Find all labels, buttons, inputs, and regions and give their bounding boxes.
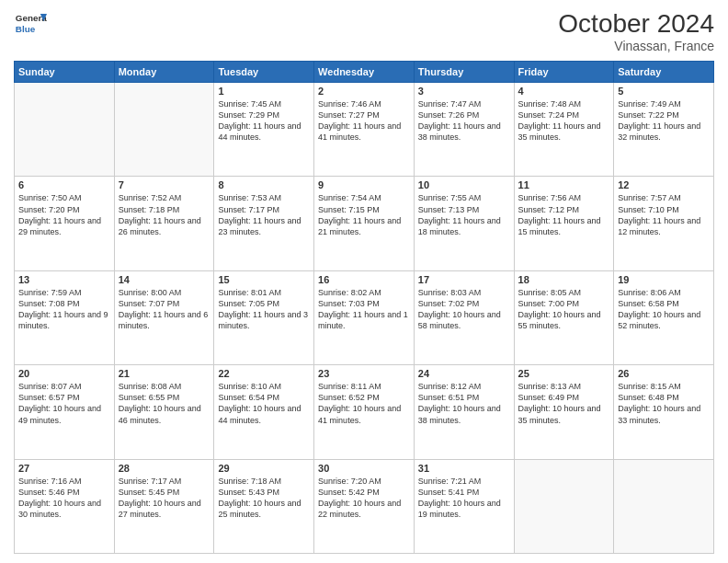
- sunset-text: Sunset: 6:54 PM: [218, 392, 310, 403]
- sunrise-text: Sunrise: 8:15 AM: [618, 381, 710, 392]
- daylight-text: Daylight: 10 hours and 41 minutes.: [318, 403, 410, 425]
- logo-icon: General Blue: [14, 9, 47, 37]
- daylight-text: Daylight: 11 hours and 38 minutes.: [418, 121, 510, 143]
- day-number: 10: [418, 179, 510, 190]
- calendar-day-cell: 27Sunrise: 7:16 AMSunset: 5:46 PMDayligh…: [15, 459, 115, 553]
- day-number: 22: [218, 368, 310, 379]
- sunset-text: Sunset: 5:45 PM: [119, 487, 210, 498]
- sunrise-text: Sunrise: 7:49 AM: [618, 98, 710, 109]
- sunset-text: Sunset: 7:26 PM: [418, 109, 510, 121]
- sunrise-text: Sunrise: 7:47 AM: [418, 98, 510, 109]
- weekday-header-cell: Monday: [114, 62, 214, 83]
- daylight-text: Daylight: 10 hours and 49 minutes.: [18, 403, 110, 425]
- sunrise-text: Sunrise: 8:08 AM: [119, 381, 210, 392]
- calendar-week-row: 1Sunrise: 7:45 AMSunset: 7:29 PMDaylight…: [15, 83, 714, 177]
- calendar-day-cell: 16Sunrise: 8:02 AMSunset: 7:03 PMDayligh…: [314, 270, 415, 364]
- sunset-text: Sunset: 5:42 PM: [318, 487, 410, 498]
- sunset-text: Sunset: 7:18 PM: [119, 204, 210, 215]
- daylight-text: Daylight: 10 hours and 55 minutes.: [518, 309, 610, 331]
- sunrise-text: Sunrise: 7:18 AM: [218, 476, 310, 487]
- sunset-text: Sunset: 7:02 PM: [418, 298, 510, 309]
- day-number: 17: [418, 274, 510, 285]
- day-number: 18: [518, 274, 610, 285]
- sunrise-text: Sunrise: 8:07 AM: [18, 381, 110, 392]
- calendar-day-cell: 31Sunrise: 7:21 AMSunset: 5:41 PMDayligh…: [414, 459, 514, 553]
- calendar-day-cell: [114, 83, 214, 177]
- calendar-day-cell: 12Sunrise: 7:57 AMSunset: 7:10 PMDayligh…: [614, 177, 714, 270]
- daylight-text: Daylight: 11 hours and 18 minutes.: [418, 215, 510, 237]
- daylight-text: Daylight: 11 hours and 41 minutes.: [318, 121, 410, 143]
- sunset-text: Sunset: 7:12 PM: [518, 204, 610, 215]
- calendar-day-cell: [514, 459, 614, 553]
- daylight-text: Daylight: 11 hours and 35 minutes.: [518, 121, 610, 143]
- calendar-day-cell: 17Sunrise: 8:03 AMSunset: 7:02 PMDayligh…: [414, 270, 514, 364]
- sunrise-text: Sunrise: 7:17 AM: [119, 476, 210, 487]
- sunrise-text: Sunrise: 8:12 AM: [418, 381, 510, 392]
- sunrise-text: Sunrise: 7:45 AM: [218, 98, 310, 109]
- month-title: October 2024: [558, 9, 714, 39]
- sunrise-text: Sunrise: 7:50 AM: [18, 192, 110, 203]
- sunset-text: Sunset: 5:43 PM: [218, 487, 310, 498]
- calendar-day-cell: 30Sunrise: 7:20 AMSunset: 5:42 PMDayligh…: [314, 459, 415, 553]
- calendar-day-cell: 8Sunrise: 7:53 AMSunset: 7:17 PMDaylight…: [214, 177, 314, 270]
- daylight-text: Daylight: 11 hours and 6 minutes.: [119, 309, 210, 331]
- sunset-text: Sunset: 7:17 PM: [218, 204, 310, 215]
- svg-text:Blue: Blue: [16, 24, 36, 34]
- sunset-text: Sunset: 6:48 PM: [618, 392, 710, 403]
- calendar-day-cell: 28Sunrise: 7:17 AMSunset: 5:45 PMDayligh…: [114, 459, 214, 553]
- day-number: 12: [618, 179, 710, 190]
- daylight-text: Daylight: 11 hours and 26 minutes.: [119, 215, 210, 237]
- sunrise-text: Sunrise: 7:57 AM: [618, 192, 710, 203]
- calendar-day-cell: 19Sunrise: 8:06 AMSunset: 6:58 PMDayligh…: [614, 270, 714, 364]
- sunrise-text: Sunrise: 8:02 AM: [318, 287, 410, 298]
- calendar-day-cell: 13Sunrise: 7:59 AMSunset: 7:08 PMDayligh…: [15, 270, 115, 364]
- day-number: 15: [218, 274, 310, 285]
- calendar-day-cell: 4Sunrise: 7:48 AMSunset: 7:24 PMDaylight…: [514, 83, 614, 177]
- calendar-day-cell: 7Sunrise: 7:52 AMSunset: 7:18 PMDaylight…: [114, 177, 214, 270]
- day-number: 14: [119, 274, 210, 285]
- sunset-text: Sunset: 7:13 PM: [418, 204, 510, 215]
- calendar-body: 1Sunrise: 7:45 AMSunset: 7:29 PMDaylight…: [15, 83, 714, 554]
- day-number: 6: [18, 179, 110, 190]
- day-number: 19: [618, 274, 710, 285]
- day-number: 4: [518, 86, 610, 97]
- daylight-text: Daylight: 10 hours and 52 minutes.: [618, 309, 710, 331]
- daylight-text: Daylight: 11 hours and 3 minutes.: [218, 309, 310, 331]
- calendar-day-cell: 1Sunrise: 7:45 AMSunset: 7:29 PMDaylight…: [214, 83, 314, 177]
- calendar-day-cell: 2Sunrise: 7:46 AMSunset: 7:27 PMDaylight…: [314, 83, 415, 177]
- daylight-text: Daylight: 11 hours and 1 minute.: [318, 309, 410, 331]
- calendar-day-cell: 21Sunrise: 8:08 AMSunset: 6:55 PMDayligh…: [114, 365, 214, 459]
- daylight-text: Daylight: 11 hours and 23 minutes.: [218, 215, 310, 237]
- calendar-day-cell: 5Sunrise: 7:49 AMSunset: 7:22 PMDaylight…: [614, 83, 714, 177]
- sunset-text: Sunset: 7:03 PM: [318, 298, 410, 309]
- calendar-week-row: 13Sunrise: 7:59 AMSunset: 7:08 PMDayligh…: [15, 270, 714, 364]
- sunset-text: Sunset: 7:24 PM: [518, 109, 610, 121]
- sunrise-text: Sunrise: 7:20 AM: [318, 476, 410, 487]
- title-block: October 2024 Vinassan, France: [558, 9, 714, 53]
- daylight-text: Daylight: 10 hours and 27 minutes.: [119, 498, 210, 520]
- header: General Blue October 2024 Vinassan, Fran…: [14, 9, 714, 53]
- sunset-text: Sunset: 6:57 PM: [18, 392, 110, 403]
- sunset-text: Sunset: 5:41 PM: [418, 487, 510, 498]
- day-number: 13: [18, 274, 110, 285]
- day-number: 25: [518, 368, 610, 379]
- calendar-day-cell: 11Sunrise: 7:56 AMSunset: 7:12 PMDayligh…: [514, 177, 614, 270]
- daylight-text: Daylight: 10 hours and 33 minutes.: [618, 403, 710, 425]
- sunrise-text: Sunrise: 7:16 AM: [18, 476, 110, 487]
- calendar-day-cell: 24Sunrise: 8:12 AMSunset: 6:51 PMDayligh…: [414, 365, 514, 459]
- sunset-text: Sunset: 7:27 PM: [318, 109, 410, 121]
- daylight-text: Daylight: 11 hours and 15 minutes.: [518, 215, 610, 237]
- day-number: 31: [418, 463, 510, 474]
- day-number: 21: [119, 368, 210, 379]
- sunset-text: Sunset: 7:08 PM: [18, 298, 110, 309]
- calendar-day-cell: 10Sunrise: 7:55 AMSunset: 7:13 PMDayligh…: [414, 177, 514, 270]
- daylight-text: Daylight: 11 hours and 32 minutes.: [618, 121, 710, 143]
- weekday-header-cell: Friday: [514, 62, 614, 83]
- sunrise-text: Sunrise: 7:59 AM: [18, 287, 110, 298]
- calendar-week-row: 20Sunrise: 8:07 AMSunset: 6:57 PMDayligh…: [15, 365, 714, 459]
- calendar-day-cell: [614, 459, 714, 553]
- sunrise-text: Sunrise: 8:03 AM: [418, 287, 510, 298]
- daylight-text: Daylight: 10 hours and 19 minutes.: [418, 498, 510, 520]
- daylight-text: Daylight: 10 hours and 22 minutes.: [318, 498, 410, 520]
- daylight-text: Daylight: 10 hours and 44 minutes.: [218, 403, 310, 425]
